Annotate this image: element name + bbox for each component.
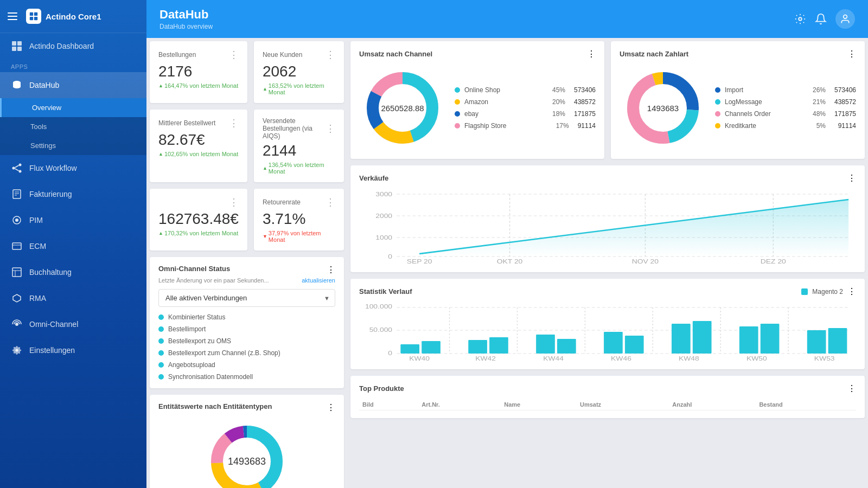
stat-change: 37,97% von letztem Monat [263, 230, 335, 243]
svg-text:KW48: KW48 [679, 356, 699, 362]
col-bestand: Bestand [756, 399, 856, 410]
notification-icon[interactable] [815, 13, 827, 25]
svg-point-11 [19, 170, 22, 173]
table-header-row: Bild Art.Nr. Name Umsatz Anzahl Bestand [359, 399, 856, 410]
chart-menu-btn[interactable]: ⋮ [847, 173, 856, 183]
stat-menu-btn[interactable]: ⋮ [229, 196, 239, 208]
stat-change: 102,65% von letztem Monat [158, 151, 239, 157]
sidebar-item-label: Buchhaltung [29, 268, 72, 277]
svg-rect-71 [536, 335, 555, 354]
products-menu-btn[interactable]: ⋮ [847, 383, 856, 394]
stat-value: 2144 [263, 142, 335, 159]
svg-rect-1 [34, 12, 37, 16]
products-header: Top Produkte ⋮ [359, 383, 856, 394]
top-products-card: Top Produkte ⋮ Bild Art.Nr. Name Umsatz … [350, 376, 865, 418]
entity-donut-svg [203, 418, 290, 488]
sidebar-item-datahub[interactable]: DataHub [0, 72, 146, 98]
omni-select[interactable]: Alle aktiven Verbindungen Aktive Verbind… [158, 289, 335, 307]
legend-item: Kreditkarte 5% 91114 [715, 122, 856, 130]
stat-value: 82.67€ [158, 131, 239, 149]
legend-val: 91114 [838, 122, 856, 130]
status-item: Kombinierter Status [158, 313, 335, 321]
entity-center-value: 1493683 [228, 456, 266, 467]
sidebar-item-buchhaltung[interactable]: Buchhaltung [0, 259, 146, 285]
zahlart-legend: Import 26% 573406 LogMessage 21% 438572 [715, 86, 856, 130]
sidebar-apps-label: Apps [0, 59, 146, 72]
svg-text:KW44: KW44 [543, 356, 564, 362]
legend-val: 573406 [574, 86, 596, 94]
chart-menu-btn[interactable]: ⋮ [847, 286, 856, 297]
legend-dot [715, 99, 720, 105]
stat-menu-btn[interactable]: ⋮ [326, 123, 335, 134]
col-umsatz: Umsatz [577, 399, 669, 410]
donut-header: Umsatz nach Channel ⋮ [359, 49, 596, 59]
zahlart-donut-chart: 1493683 [620, 65, 706, 151]
legend-pct: 20% [552, 98, 570, 106]
topbar-brand: DataHub DataHub overview [159, 8, 213, 30]
omni-menu-btn[interactable]: ⋮ [327, 265, 335, 275]
svg-text:NOV 20: NOV 20 [632, 259, 659, 265]
chart-header: Verkäufe ⋮ [359, 173, 856, 183]
stat-menu-btn[interactable]: ⋮ [326, 49, 335, 61]
svg-rect-73 [604, 332, 623, 354]
sidebar-item-settings-sub[interactable]: Settings [0, 136, 146, 155]
stat-neue-kunden: Neue Kunden ⋮ 2062 163,52% von letztem M… [254, 41, 344, 103]
sidebar-item-label: Actindo Dashboard [29, 42, 94, 50]
sidebar: Actindo Core1 Actindo Dashboard Apps Dat… [0, 0, 146, 488]
legend-name: Online Shop [464, 86, 548, 94]
svg-rect-22 [12, 268, 21, 277]
stat-menu-btn[interactable]: ⋮ [229, 49, 239, 61]
svg-rect-70 [489, 337, 508, 354]
stat-bestellungen: Bestellungen ⋮ 2176 164,47% von letztem … [150, 41, 247, 103]
entity-menu-btn[interactable]: ⋮ [327, 402, 335, 413]
legend-val: 171875 [834, 110, 856, 118]
sidebar-toggle[interactable] [8, 10, 21, 23]
stat-menu-btn[interactable]: ⋮ [229, 117, 239, 129]
right-panel: Umsatz nach Channel ⋮ [347, 38, 868, 488]
user-avatar[interactable] [835, 9, 855, 29]
donut-header: Umsatz nach Zahlart ⋮ [620, 49, 856, 59]
sidebar-item-overview[interactable]: Overview [0, 98, 146, 117]
logo-icon [26, 9, 41, 24]
status-label: Bestellimport [168, 325, 206, 333]
stat-value: 3.71% [263, 210, 335, 228]
settings-topbar-icon[interactable] [794, 13, 806, 25]
col-anzahl: Anzahl [669, 399, 756, 410]
sidebar-item-rma[interactable]: RMA [0, 285, 146, 311]
chart-menu-btn[interactable]: ⋮ [847, 49, 856, 59]
omni-refresh-btn[interactable]: aktualisieren [302, 277, 335, 284]
entity-card: Entitätswerte nach Entitätentypen ⋮ [150, 395, 344, 488]
sidebar-item-tools[interactable]: Tools [0, 117, 146, 136]
svg-text:KW40: KW40 [409, 356, 430, 362]
legend-pct: 48% [813, 110, 830, 118]
svg-rect-7 [17, 47, 22, 51]
status-dot [158, 362, 164, 368]
sidebar-item-flux-workflow[interactable]: Flux Workflow [0, 155, 146, 181]
chart-menu-btn[interactable]: ⋮ [587, 49, 596, 59]
sidebar-item-ecm[interactable]: ECM [0, 233, 146, 259]
ecm-icon [11, 240, 23, 252]
sidebar-item-pim[interactable]: PIM [0, 207, 146, 233]
sidebar-item-dashboard[interactable]: Actindo Dashboard [0, 33, 146, 59]
entity-donut: 1493683 [203, 418, 290, 488]
svg-text:2000: 2000 [375, 213, 392, 220]
col-name: Name [501, 399, 577, 410]
sidebar-item-einstellungen[interactable]: Einstellungen [0, 337, 146, 363]
stat-label: Versendete Bestellungen (via AIQS) ⋮ [263, 117, 335, 140]
sidebar-item-omni-channel[interactable]: Omni-Channel [0, 311, 146, 337]
svg-rect-6 [12, 47, 16, 51]
svg-rect-80 [828, 328, 847, 354]
svg-rect-72 [557, 339, 576, 354]
donut-title: Umsatz nach Channel [359, 50, 432, 58]
database-icon [11, 79, 23, 91]
sidebar-item-label: RMA [29, 294, 46, 303]
sidebar-item-fakturierung[interactable]: Fakturierung [0, 181, 146, 207]
svg-rect-75 [672, 324, 691, 354]
status-item: Bestellimport [158, 325, 335, 333]
legend-item: Flagship Store 17% 91114 [455, 122, 596, 130]
umsatz-channel-card: Umsatz nach Channel ⋮ [350, 41, 604, 159]
legend-val: 573406 [834, 86, 856, 94]
umsatz-zahlart-card: Umsatz nach Zahlart ⋮ [611, 41, 865, 159]
stat-label: Neue Kunden ⋮ [263, 49, 335, 61]
stat-menu-btn[interactable]: ⋮ [326, 196, 335, 208]
